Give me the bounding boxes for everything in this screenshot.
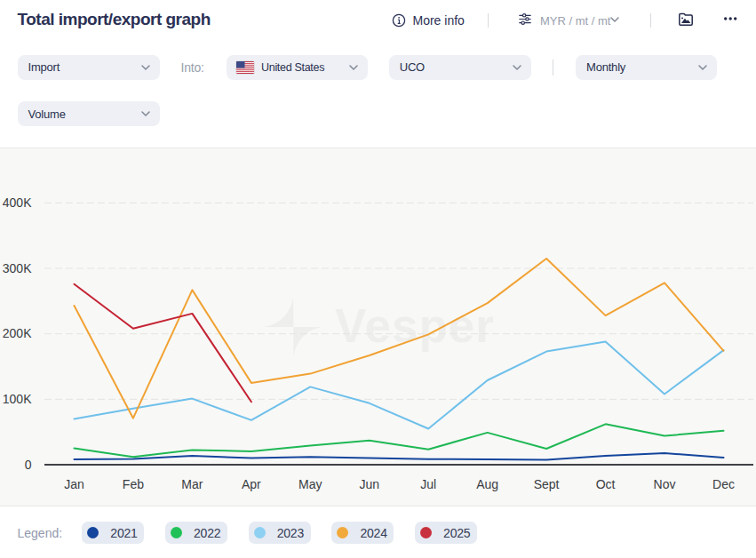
svg-text:Jan: Jan (64, 477, 84, 491)
svg-text:Aug: Aug (476, 477, 498, 491)
svg-text:Feb: Feb (123, 477, 144, 491)
svg-text:Vesper: Vesper (335, 299, 495, 352)
svg-text:200K: 200K (3, 326, 32, 340)
svg-text:Sept: Sept (534, 477, 560, 491)
svg-text:100K: 100K (3, 392, 32, 406)
svg-text:Oct: Oct (596, 477, 616, 491)
svg-text:Jun: Jun (360, 477, 380, 491)
svg-text:Jul: Jul (420, 477, 436, 491)
svg-text:Nov: Nov (654, 477, 676, 491)
svg-text:0: 0 (25, 458, 32, 472)
svg-text:Mar: Mar (181, 477, 203, 491)
svg-text:Dec: Dec (712, 477, 735, 491)
svg-text:Apr: Apr (242, 477, 261, 491)
svg-text:300K: 300K (3, 261, 32, 275)
svg-text:400K: 400K (3, 195, 32, 210)
svg-text:May: May (298, 477, 322, 491)
